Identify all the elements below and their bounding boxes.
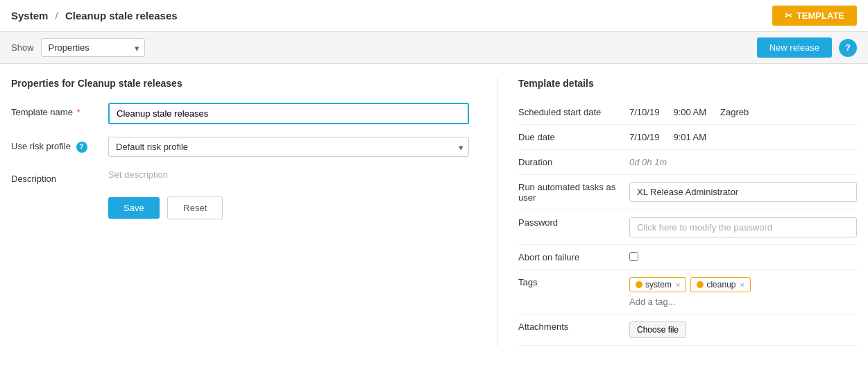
- reset-button[interactable]: Reset: [167, 196, 223, 219]
- breadcrumb-system: System: [11, 10, 48, 22]
- scheduled-start-time: 9:00 AM: [673, 107, 706, 117]
- due-date-date: 7/10/19: [629, 132, 659, 142]
- password-label: Password: [518, 217, 629, 228]
- tag-cleanup-label: cleanup: [706, 280, 735, 290]
- header-bar: System / Cleanup stale releases ✂ TEMPLA…: [0, 0, 868, 32]
- due-date-label: Due date: [518, 132, 629, 142]
- help-button[interactable]: ?: [839, 39, 857, 57]
- run-automated-content: [629, 182, 857, 202]
- tag-system-close[interactable]: ×: [676, 280, 680, 289]
- tags-row: Tags system × cleanup ×: [518, 270, 857, 315]
- abort-on-failure-checkbox[interactable]: [629, 252, 638, 261]
- tags-content: system × cleanup ×: [629, 277, 857, 307]
- duration-content: 0d 0h 1m: [629, 157, 857, 167]
- description-label: Description: [11, 169, 108, 184]
- due-date-time: 9:01 AM: [673, 132, 706, 142]
- template-name-input[interactable]: [108, 103, 469, 124]
- attachments-row: Attachments Choose file: [518, 315, 857, 346]
- scheduled-start-value: 7/10/19 9:00 AM Zagreb: [629, 107, 857, 117]
- tag-cleanup: cleanup ×: [690, 277, 750, 292]
- tag-system-icon: [636, 281, 643, 288]
- left-panel: Properties for Cleanup stale releases Te…: [11, 78, 497, 346]
- attachments-content: Choose file: [629, 321, 857, 338]
- risk-profile-select[interactable]: Default risk profile High risk Low risk: [108, 137, 469, 157]
- template-btn-label: TEMPLATE: [797, 10, 844, 21]
- choose-file-button[interactable]: Choose file: [629, 321, 686, 338]
- due-date-content: 7/10/19 9:01 AM: [629, 132, 857, 142]
- tags-container: system × cleanup ×: [629, 277, 857, 307]
- duration-row: Duration 0d 0h 1m: [518, 150, 857, 175]
- attachments-label: Attachments: [518, 321, 629, 332]
- password-content: Click here to modify the password: [629, 217, 857, 237]
- description-row: Description Set description: [11, 169, 469, 184]
- template-name-input-wrap: [108, 103, 469, 124]
- save-button[interactable]: Save: [108, 197, 160, 219]
- right-panel-title: Template details: [518, 78, 857, 89]
- abort-on-failure-label: Abort on failure: [518, 252, 629, 262]
- risk-profile-label: Use risk profile ?: [11, 137, 108, 153]
- right-panel: Template details Scheduled start date 7/…: [497, 78, 857, 346]
- show-select[interactable]: Properties Releases Variables Tags: [41, 38, 145, 57]
- toolbar-bar: Show Properties Releases Variables Tags …: [0, 32, 868, 64]
- password-input[interactable]: Click here to modify the password: [629, 217, 857, 237]
- abort-on-failure-row: Abort on failure: [518, 245, 857, 270]
- tag-system: system ×: [629, 277, 686, 292]
- risk-profile-select-control: Default risk profile High risk Low risk: [108, 137, 469, 157]
- description-placeholder[interactable]: Set description: [108, 165, 168, 180]
- risk-profile-select-wrap: Default risk profile High risk Low risk: [108, 137, 469, 157]
- risk-profile-help-icon[interactable]: ?: [76, 142, 87, 153]
- scheduled-start-tz: Zagreb: [720, 107, 749, 117]
- show-select-wrapper: Properties Releases Variables Tags: [41, 38, 145, 57]
- abort-checkbox-row: [629, 252, 857, 261]
- risk-profile-row: Use risk profile ? Default risk profile …: [11, 137, 469, 157]
- breadcrumb: System / Cleanup stale releases: [11, 10, 178, 22]
- tags-label: Tags: [518, 277, 629, 287]
- duration-value: 0d 0h 1m: [629, 157, 857, 167]
- template-button[interactable]: ✂ TEMPLATE: [772, 6, 857, 26]
- required-star: *: [77, 107, 80, 117]
- tag-system-label: system: [645, 280, 672, 290]
- add-tag-input[interactable]: [629, 296, 746, 307]
- scheduled-start-date: 7/10/19: [629, 107, 659, 117]
- new-release-button[interactable]: New release: [757, 37, 832, 58]
- buttons-wrap: Save Reset: [108, 196, 223, 219]
- run-automated-row: Run automated tasks as user: [518, 175, 857, 210]
- tag-cleanup-close[interactable]: ×: [740, 280, 744, 289]
- toolbar-right: New release ?: [757, 37, 857, 58]
- scheduled-start-content: 7/10/19 9:00 AM Zagreb: [629, 107, 857, 117]
- run-automated-input[interactable]: [629, 182, 857, 202]
- due-date-value: 7/10/19 9:01 AM: [629, 132, 857, 142]
- scheduled-start-label: Scheduled start date: [518, 107, 629, 117]
- template-name-row: Template name *: [11, 103, 469, 124]
- show-label: Show: [11, 42, 34, 53]
- breadcrumb-separator: /: [56, 10, 58, 22]
- abort-on-failure-content: [629, 252, 857, 261]
- due-date-row: Due date 7/10/19 9:01 AM: [518, 125, 857, 150]
- breadcrumb-page: Cleanup stale releases: [65, 10, 178, 22]
- run-automated-label: Run automated tasks as user: [518, 182, 629, 203]
- main-content: Properties for Cleanup stale releases Te…: [0, 64, 868, 360]
- duration-label: Duration: [518, 157, 629, 167]
- left-panel-title: Properties for Cleanup stale releases: [11, 78, 469, 89]
- scheduled-start-row: Scheduled start date 7/10/19 9:00 AM Zag…: [518, 100, 857, 125]
- description-input-wrap: Set description: [108, 169, 469, 180]
- password-row: Password Click here to modify the passwo…: [518, 210, 857, 245]
- toolbar-left: Show Properties Releases Variables Tags: [11, 38, 145, 57]
- template-name-label: Template name *: [11, 103, 108, 117]
- form-buttons-row: Save Reset: [11, 196, 469, 219]
- tag-cleanup-icon: [697, 281, 704, 288]
- template-btn-icon: ✂: [785, 10, 792, 21]
